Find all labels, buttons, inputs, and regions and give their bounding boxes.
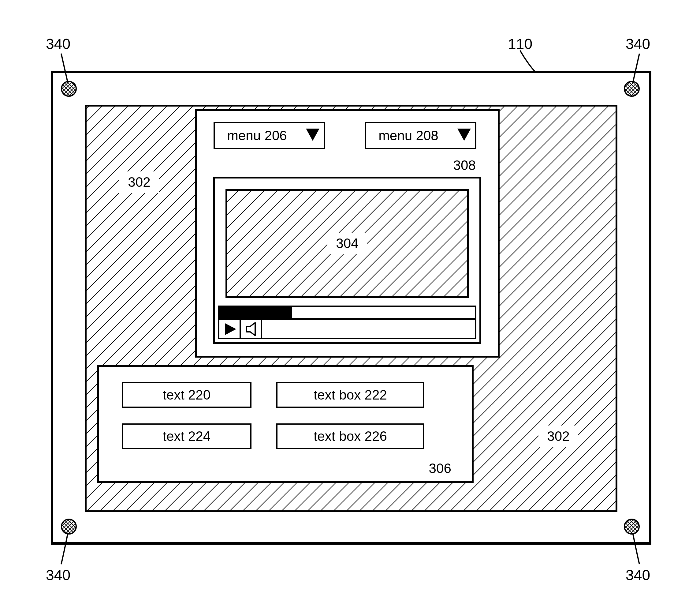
label-308: 308 xyxy=(453,158,476,173)
video-player: 304 xyxy=(214,178,480,343)
label-340-tl: 340 xyxy=(46,36,70,52)
svg-text:text box 222: text box 222 xyxy=(314,387,387,402)
svg-text:text 220: text 220 xyxy=(163,387,211,402)
svg-point-8 xyxy=(625,519,639,534)
text-box-226[interactable]: text box 226 xyxy=(277,424,424,448)
menu-206-label: menu 206 xyxy=(227,128,287,143)
svg-text:304: 304 xyxy=(336,236,358,251)
text-box-222[interactable]: text box 222 xyxy=(277,383,424,407)
menu-208-label: menu 208 xyxy=(378,128,439,143)
play-button[interactable] xyxy=(219,320,240,338)
label-304: 304 xyxy=(327,233,367,254)
label-302-right-text: 302 xyxy=(547,429,569,444)
text-224: text 224 xyxy=(123,424,251,448)
label-340-bl: 340 xyxy=(46,567,70,583)
svg-point-5 xyxy=(61,81,76,96)
label-302-left-text: 302 xyxy=(128,175,150,190)
screw-bottom-right xyxy=(625,519,639,534)
label-306: 306 xyxy=(429,461,451,476)
label-302-right: 302 xyxy=(539,426,578,447)
screw-top-right xyxy=(625,81,639,96)
svg-rect-21 xyxy=(240,320,261,338)
screw-top-left xyxy=(61,81,76,96)
svg-point-6 xyxy=(625,81,639,96)
text-220: text 220 xyxy=(123,383,251,407)
menu-208[interactable]: menu 208 xyxy=(366,123,476,149)
menu-206[interactable]: menu 206 xyxy=(214,123,324,149)
svg-text:text box 226: text box 226 xyxy=(314,429,387,444)
label-340-br: 340 xyxy=(626,567,650,583)
svg-rect-18 xyxy=(219,306,292,318)
label-302-left: 302 xyxy=(119,171,159,193)
label-340-tr: 340 xyxy=(626,36,650,52)
svg-point-7 xyxy=(61,519,76,534)
label-110: 110 xyxy=(508,36,532,52)
progress-bar[interactable] xyxy=(219,306,476,318)
svg-text:text 224: text 224 xyxy=(163,429,211,444)
mute-button[interactable] xyxy=(240,320,261,338)
patent-figure: 302 302 menu 206 menu 208 308 304 xyxy=(0,0,700,612)
screw-bottom-left xyxy=(61,519,76,534)
leader-110 xyxy=(520,51,535,72)
